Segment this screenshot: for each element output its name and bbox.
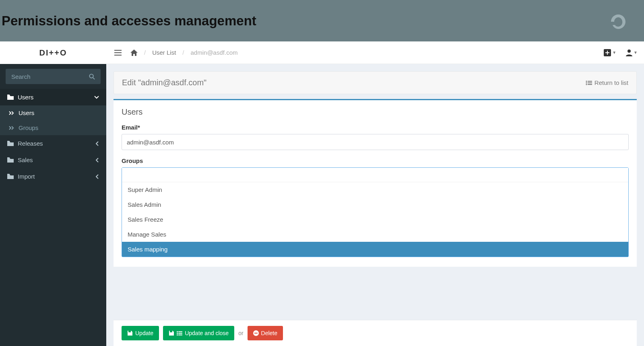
svg-point-0	[89, 74, 93, 78]
logo-text: DI++O	[39, 48, 67, 58]
user-icon	[626, 49, 632, 56]
return-to-list-button[interactable]: Return to list	[586, 79, 628, 86]
save-icon	[169, 330, 174, 336]
or-text: or	[238, 330, 243, 336]
sidebar-subitem-users[interactable]: Users	[0, 105, 106, 120]
sidebar-search-wrap	[0, 64, 106, 89]
list-icon	[586, 80, 592, 85]
svg-point-15	[177, 331, 178, 332]
search-icon	[89, 74, 95, 80]
chevron-down-icon	[94, 96, 99, 99]
folder-icon	[7, 95, 14, 100]
breadcrumb-sep: /	[182, 49, 184, 56]
update-label: Update	[135, 330, 153, 336]
panel-body: Users Email* Groups Super Admin Sales Ad…	[114, 99, 637, 267]
svg-point-9	[586, 80, 587, 82]
update-and-close-button[interactable]: Update and close	[163, 326, 234, 340]
sidebar-item-users[interactable]: Users	[0, 89, 106, 105]
banner-title: Permissions and accesses management	[0, 13, 256, 29]
topnav: / User List / admin@asdf.com ▼ ▼	[106, 41, 644, 64]
panel-header: Edit "admin@asdf.com" Return to list	[114, 71, 637, 94]
return-label: Return to list	[594, 79, 628, 86]
page-banner: Permissions and accesses management	[0, 0, 644, 41]
sidebar-item-import[interactable]: Import	[0, 168, 106, 185]
breadcrumb-sep: /	[144, 49, 146, 56]
hamburger-icon[interactable]	[113, 48, 123, 57]
main-area: / User List / admin@asdf.com ▼ ▼ Edit "a…	[106, 41, 644, 346]
content: Edit "admin@asdf.com" Return to list Use…	[106, 64, 644, 346]
leaf-icon	[609, 12, 628, 31]
svg-rect-12	[588, 82, 592, 83]
sidebar: DI++O Users Users	[0, 41, 106, 346]
double-chevron-icon	[9, 126, 14, 130]
sidebar-search[interactable]	[6, 69, 101, 84]
email-group: Email*	[122, 124, 629, 150]
breadcrumb-item[interactable]: User List	[152, 49, 176, 56]
search-input[interactable]	[11, 73, 89, 80]
svg-rect-16	[178, 331, 182, 332]
delete-label: Delete	[261, 330, 277, 336]
sidebar-item-label: Releases	[18, 140, 43, 147]
folder-icon	[7, 157, 14, 163]
app-frame: DI++O Users Users	[0, 41, 644, 346]
sidebar-subitem-groups[interactable]: Groups	[0, 120, 106, 135]
group-option[interactable]: Sales mapping	[122, 242, 628, 257]
group-option[interactable]: Super Admin	[122, 182, 628, 197]
svg-point-13	[586, 84, 587, 85]
svg-point-8	[627, 49, 631, 53]
home-icon[interactable]	[130, 49, 138, 56]
group-option[interactable]: Manage Sales	[122, 227, 628, 242]
panel-title: Edit "admin@asdf.com"	[122, 78, 206, 87]
sidebar-subitem-label: Users	[19, 109, 34, 116]
update-button[interactable]: Update	[122, 326, 159, 340]
delete-button[interactable]: Delete	[248, 326, 283, 340]
folder-icon	[7, 141, 14, 146]
svg-rect-18	[178, 333, 182, 334]
svg-line-1	[93, 77, 95, 79]
breadcrumb-item: admin@asdf.com	[191, 49, 238, 56]
topnav-right: ▼ ▼	[604, 49, 638, 56]
svg-rect-20	[178, 334, 182, 335]
svg-point-17	[177, 333, 178, 334]
email-label: Email*	[122, 124, 629, 131]
caret-down-icon: ▼	[612, 50, 616, 55]
chevron-left-icon	[96, 174, 99, 179]
group-option[interactable]: Sales Freeze	[122, 212, 628, 227]
svg-rect-10	[588, 81, 592, 82]
folder-icon	[7, 174, 14, 179]
update-close-label: Update and close	[185, 330, 229, 336]
sidebar-item-label: Users	[18, 94, 33, 101]
sidebar-subitem-label: Groups	[19, 124, 38, 131]
list-icon	[177, 331, 182, 336]
email-field[interactable]	[122, 134, 629, 150]
breadcrumb: / User List / admin@asdf.com	[130, 49, 237, 56]
sidebar-item-sales[interactable]: Sales	[0, 152, 106, 168]
chevron-left-icon	[96, 141, 99, 146]
sidebar-item-releases[interactable]: Releases	[0, 135, 106, 152]
groups-options-list: Super Admin Sales Admin Sales Freeze Man…	[122, 182, 628, 257]
svg-point-11	[586, 82, 587, 83]
groups-search-input[interactable]	[122, 168, 628, 182]
footer-actions: Update Update and close or Dele	[114, 320, 637, 346]
sidebar-item-label: Sales	[18, 157, 33, 163]
save-icon	[127, 330, 133, 336]
user-menu[interactable]: ▼	[626, 49, 638, 56]
chevron-left-icon	[96, 158, 99, 163]
plus-square-icon	[604, 49, 611, 56]
double-chevron-icon	[9, 111, 14, 115]
groups-group: Groups Super Admin Sales Admin Sales Fre…	[122, 157, 629, 257]
groups-select[interactable]: Super Admin Sales Admin Sales Freeze Man…	[122, 167, 629, 257]
group-option[interactable]: Sales Admin	[122, 197, 628, 212]
svg-rect-14	[588, 84, 592, 85]
section-title: Users	[122, 107, 629, 117]
caret-down-icon: ▼	[634, 50, 638, 55]
svg-rect-22	[254, 333, 258, 334]
add-menu[interactable]: ▼	[604, 49, 616, 56]
svg-point-19	[177, 334, 178, 336]
logo: DI++O	[0, 41, 106, 64]
minus-circle-icon	[253, 330, 259, 336]
groups-label: Groups	[122, 157, 629, 164]
sidebar-item-label: Import	[18, 173, 35, 180]
